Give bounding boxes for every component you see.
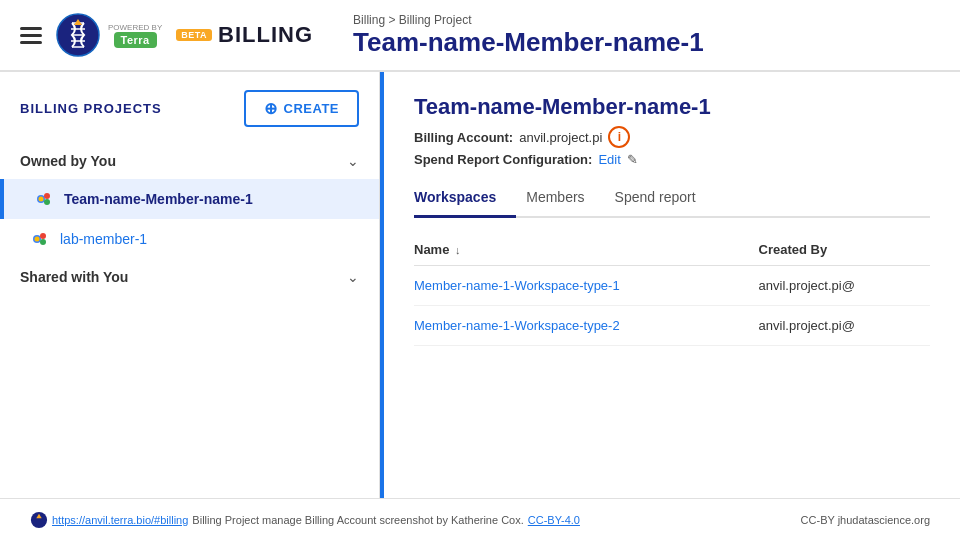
sidebar: BILLING PROJECTS ⊕ CREATE Owned by You ⌄… — [0, 72, 380, 498]
billing-app-title: BILLING — [218, 22, 313, 48]
dna-logo-icon — [56, 13, 100, 57]
google-cloud-icon-2 — [30, 229, 50, 249]
svg-point-8 — [44, 193, 50, 199]
workspaces-table: Name ↓ Created By Member-name-1-Workspac… — [414, 234, 930, 346]
footer-left: https://anvil.terra.bio/#billing Billing… — [30, 511, 580, 529]
svg-point-13 — [40, 239, 46, 245]
active-project-name: Team-name-Member-name-1 — [64, 191, 253, 207]
tab-workspaces[interactable]: Workspaces — [414, 181, 516, 218]
tab-spend-report[interactable]: Spend report — [615, 181, 716, 218]
footer-link[interactable]: https://anvil.terra.bio/#billing — [52, 514, 188, 526]
billing-account-value: anvil.project.pi — [519, 130, 602, 145]
shared-with-you-chevron-icon: ⌄ — [347, 269, 359, 285]
billing-label-area: BETA BILLING — [176, 22, 313, 48]
hamburger-menu-icon[interactable] — [20, 27, 42, 44]
billing-account-row: Billing Account: anvil.project.pi i — [414, 126, 930, 148]
table-row: Member-name-1-Workspace-type-2 anvil.pro… — [414, 306, 930, 346]
svg-point-9 — [44, 199, 50, 205]
plus-icon: ⊕ — [264, 99, 278, 118]
tab-members[interactable]: Members — [526, 181, 604, 218]
project-item-lab-member[interactable]: lab-member-1 — [0, 219, 379, 259]
footer-license-link[interactable]: CC-BY-4.0 — [528, 514, 580, 526]
project-detail-title: Team-name-Member-name-1 — [414, 94, 930, 120]
shared-with-you-section-header[interactable]: Shared with You ⌄ — [0, 259, 379, 295]
content-area: Team-name-Member-name-1 Billing Account:… — [384, 72, 960, 498]
create-button-label: CREATE — [284, 101, 339, 116]
workspace-name-cell[interactable]: Member-name-1-Workspace-type-1 — [414, 266, 759, 306]
google-cloud-icon — [34, 189, 54, 209]
main-layout: BILLING PROJECTS ⊕ CREATE Owned by You ⌄… — [0, 72, 960, 498]
spend-report-label: Spend Report Configuration: — [414, 152, 592, 167]
created-by-column-header: Created By — [759, 234, 930, 266]
workspace-link-1[interactable]: Member-name-1-Workspace-type-1 — [414, 278, 620, 293]
footer-right: CC-BY jhudatascience.org — [801, 514, 930, 526]
created-by-cell-2: anvil.project.pi@ — [759, 306, 930, 346]
workspace-link-2[interactable]: Member-name-1-Workspace-type-2 — [414, 318, 620, 333]
sidebar-header: BILLING PROJECTS ⊕ CREATE — [0, 90, 379, 143]
footer: https://anvil.terra.bio/#billing Billing… — [0, 498, 960, 540]
created-by-cell-1: anvil.project.pi@ — [759, 266, 930, 306]
footer-description: Billing Project manage Billing Account s… — [192, 514, 523, 526]
svg-point-12 — [40, 233, 46, 239]
project-item-team-name[interactable]: Team-name-Member-name-1 — [0, 179, 379, 219]
app-header: POWERED BY Terra BETA BILLING Billing > … — [0, 0, 960, 72]
powered-by-text: POWERED BY — [108, 23, 162, 32]
svg-point-10 — [39, 197, 44, 202]
svg-point-14 — [35, 237, 40, 242]
owned-by-you-section-header[interactable]: Owned by You ⌄ — [0, 143, 379, 179]
logo-area: POWERED BY Terra — [56, 13, 162, 57]
footer-logo-icon — [30, 511, 48, 529]
sort-icon: ↓ — [455, 244, 461, 256]
beta-badge: BETA — [176, 29, 212, 41]
terra-badge: Terra — [114, 32, 157, 48]
header-left-area: POWERED BY Terra BETA BILLING — [20, 13, 313, 57]
spend-report-row: Spend Report Configuration: Edit ✎ — [414, 152, 930, 167]
owned-by-you-chevron-icon: ⌄ — [347, 153, 359, 169]
name-column-header[interactable]: Name ↓ — [414, 234, 759, 266]
project-name-lab-member: lab-member-1 — [60, 231, 147, 247]
edit-link[interactable]: Edit — [598, 152, 620, 167]
powered-by-area: POWERED BY Terra — [108, 23, 162, 48]
owned-by-you-label: Owned by You — [20, 153, 116, 169]
breadcrumb: Billing > Billing Project — [353, 13, 704, 27]
header-title-area: Billing > Billing Project Team-name-Memb… — [353, 13, 704, 58]
tabs-bar: Workspaces Members Spend report — [414, 181, 930, 218]
shared-with-you-label: Shared with You — [20, 269, 128, 285]
table-row: Member-name-1-Workspace-type-1 anvil.pro… — [414, 266, 930, 306]
create-billing-project-button[interactable]: ⊕ CREATE — [244, 90, 359, 127]
edit-pencil-icon[interactable]: ✎ — [627, 152, 638, 167]
billing-account-label: Billing Account: — [414, 130, 513, 145]
info-icon: i — [618, 130, 621, 144]
page-title: Team-name-Member-name-1 — [353, 27, 704, 58]
billing-info-icon-button[interactable]: i — [608, 126, 630, 148]
workspace-name-cell-2[interactable]: Member-name-1-Workspace-type-2 — [414, 306, 759, 346]
sidebar-title: BILLING PROJECTS — [20, 101, 162, 116]
